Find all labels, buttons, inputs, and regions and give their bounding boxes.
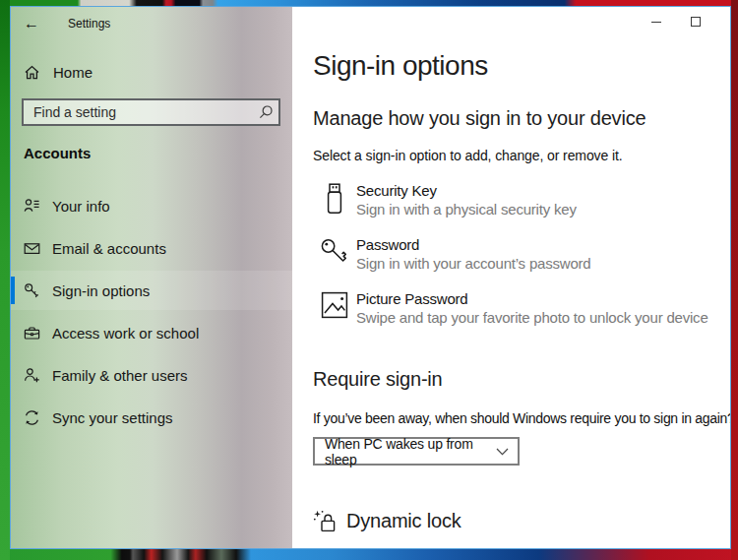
sidebar-item-label: Sign-in options xyxy=(52,282,150,299)
dynamic-lock-heading: Dynamic lock xyxy=(313,510,731,532)
back-button[interactable]: ← xyxy=(24,15,53,32)
desktop: ← Settings Home xyxy=(0,0,738,560)
sidebar-item-label: Email & accounts xyxy=(52,240,166,257)
option-description: Sign in with a physical security key xyxy=(356,201,577,218)
sidebar-item-label: Family & other users xyxy=(52,367,188,384)
option-description: Swipe and tap your favorite photo to unl… xyxy=(356,309,708,326)
sidebar-item-label: Your info xyxy=(52,198,110,215)
option-title: Password xyxy=(356,236,590,253)
page-content: Sign-in options Manage how you sign in t… xyxy=(292,7,731,549)
selected-accent-bar xyxy=(11,277,15,304)
briefcase-icon xyxy=(24,325,40,342)
close-icon: × xyxy=(730,14,731,30)
dynamic-lock-label: Dynamic lock xyxy=(346,510,461,532)
signin-option-password[interactable]: Password Sign in with your account’s pas… xyxy=(313,236,731,272)
dropdown-selected-value: When PC wakes up from sleep xyxy=(325,436,496,467)
signin-option-security-key[interactable]: Security Key Sign in with a physical sec… xyxy=(313,182,731,218)
sidebar-item-family-other-users[interactable]: Family & other users xyxy=(11,355,292,395)
close-button[interactable]: × xyxy=(715,7,731,36)
key-icon xyxy=(24,282,40,299)
family-icon xyxy=(24,367,40,384)
search-input[interactable] xyxy=(24,104,253,120)
sidebar-item-label: Sync your settings xyxy=(52,409,173,426)
usb-security-key-icon xyxy=(313,182,356,215)
chevron-down-icon xyxy=(496,448,509,456)
sidebar-item-label: Home xyxy=(53,64,92,81)
sidebar-item-sync-settings[interactable]: Sync your settings xyxy=(11,398,292,437)
require-signin-heading: Require sign-in xyxy=(313,368,731,391)
maximize-button[interactable] xyxy=(676,7,715,36)
dynamic-lock-icon xyxy=(313,510,338,532)
your-info-icon xyxy=(24,198,40,215)
sidebar-item-sign-in-options[interactable]: Sign-in options xyxy=(11,271,292,310)
wallpaper-bottom xyxy=(0,549,738,560)
sidebar-nav: Your info Email & accounts xyxy=(11,186,292,437)
manage-signin-heading: Manage how you sign in to your device xyxy=(313,107,731,130)
sidebar-item-email-accounts[interactable]: Email & accounts xyxy=(11,228,292,268)
option-title: Picture Password xyxy=(356,290,708,307)
sidebar: ← Settings Home xyxy=(11,7,292,548)
dynamic-lock-description: Windows can use devices that are paired … xyxy=(313,547,730,549)
email-icon xyxy=(24,240,40,257)
sidebar-item-home[interactable]: Home xyxy=(11,59,292,85)
option-title: Security Key xyxy=(356,182,577,199)
minimize-button[interactable] xyxy=(637,7,676,36)
password-key-icon xyxy=(313,236,356,269)
signin-option-picture-password[interactable]: Picture Password Swipe and tap your favo… xyxy=(313,290,731,326)
page-title: Sign-in options xyxy=(313,50,731,82)
signin-intro-text: Select a sign-in option to add, change, … xyxy=(313,148,731,163)
sidebar-item-label: Access work or school xyxy=(52,325,199,342)
require-signin-question: If you’ve been away, when should Windows… xyxy=(313,410,731,426)
window-controls: × xyxy=(637,7,731,36)
require-signin-dropdown[interactable]: When PC wakes up from sleep xyxy=(313,437,520,466)
sync-icon xyxy=(24,409,40,426)
picture-icon xyxy=(313,290,356,319)
sidebar-section-heading: Accounts xyxy=(24,145,292,161)
main-panel: × Sign-in options Manage how you sign in… xyxy=(292,7,731,548)
option-description: Sign in with your account’s password xyxy=(356,255,590,272)
search-box xyxy=(22,98,280,126)
maximize-icon xyxy=(691,17,701,27)
settings-window: ← Settings Home xyxy=(10,6,731,549)
search-icon[interactable] xyxy=(253,100,278,124)
minimize-icon xyxy=(651,22,661,23)
home-icon xyxy=(24,64,40,81)
sidebar-item-access-work-school[interactable]: Access work or school xyxy=(11,313,292,352)
app-title: Settings xyxy=(68,17,110,31)
wallpaper-right xyxy=(731,0,738,560)
wallpaper-left xyxy=(0,0,10,560)
titlebar-left: ← Settings xyxy=(11,7,292,40)
sidebar-item-your-info[interactable]: Your info xyxy=(11,186,292,225)
